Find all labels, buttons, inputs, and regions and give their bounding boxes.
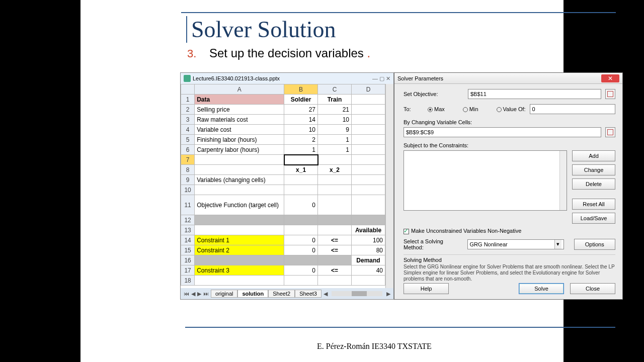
sheet-tab-original[interactable]: original [211, 290, 237, 298]
cell-B18[interactable] [284, 276, 318, 286]
cell-B7[interactable] [284, 155, 318, 165]
cell-D7[interactable] [352, 155, 385, 165]
cell-B8[interactable]: x_1 [284, 165, 318, 175]
valueof-input[interactable]: 0 [530, 104, 615, 114]
cell-C17[interactable]: <= [318, 265, 352, 276]
cell-A10[interactable] [195, 185, 284, 195]
cell-B6[interactable]: 1 [284, 145, 318, 155]
cell-C12[interactable] [318, 215, 352, 225]
cell-D8[interactable] [352, 165, 385, 175]
cell-D18[interactable] [352, 276, 385, 286]
cell-A7[interactable] [195, 155, 284, 165]
cell-C10[interactable] [318, 185, 352, 195]
cell-B10[interactable] [284, 185, 318, 195]
tab-nav-first-icon[interactable]: ⏮ [184, 291, 189, 297]
cell-D12[interactable] [352, 215, 385, 225]
load-save-button[interactable]: Load/Save [572, 213, 615, 224]
cell-B12[interactable] [284, 215, 318, 225]
hscroll-right-icon[interactable]: ▶ [386, 291, 390, 297]
radio-min[interactable]: Min [463, 106, 478, 112]
cell-D2[interactable] [352, 105, 385, 115]
cell-D4[interactable] [352, 125, 385, 135]
cell-C1[interactable]: Train [318, 95, 352, 105]
cell-C16[interactable] [318, 255, 352, 265]
delete-button[interactable]: Delete [572, 178, 615, 190]
cell-D16[interactable]: Demand [352, 255, 385, 265]
close-icon[interactable]: ✕ [601, 74, 619, 82]
cell-B16[interactable] [284, 255, 318, 265]
cell-B13[interactable] [284, 225, 318, 235]
set-objective-input[interactable]: $B$11 [468, 89, 601, 99]
cell-A5[interactable]: Finishing labor (hours) [195, 135, 284, 145]
chevron-down-icon[interactable]: ▾ [554, 240, 561, 249]
cell-B11[interactable]: 0 [284, 195, 318, 215]
cell-C18[interactable] [318, 276, 352, 286]
cell-C11[interactable] [318, 195, 352, 215]
cell-D15[interactable]: 80 [352, 245, 385, 255]
changing-cells-input[interactable]: $B$9:$C$9 [404, 127, 601, 137]
cell-B4[interactable]: 10 [284, 125, 318, 135]
range-picker-icon[interactable] [605, 127, 615, 137]
tab-nav-next-icon[interactable]: ▶ [197, 291, 201, 297]
cell-C14[interactable]: <= [318, 235, 352, 245]
cell-A6[interactable]: Carpentry labor (hours) [195, 145, 284, 155]
cell-C3[interactable]: 10 [318, 115, 352, 125]
spreadsheet[interactable]: ABCD1DataSoldierTrain2Selling price27213… [181, 84, 385, 288]
cell-B15[interactable]: 0 [284, 245, 318, 255]
reset-all-button[interactable]: Reset All [572, 199, 615, 210]
cell-C5[interactable]: 1 [318, 135, 352, 145]
cell-A3[interactable]: Raw materials cost [195, 115, 284, 125]
radio-valueof[interactable]: Value Of: [497, 106, 526, 112]
cell-A1[interactable]: Data [195, 95, 284, 105]
cell-A4[interactable]: Variable cost [195, 125, 284, 135]
cell-A12[interactable] [195, 215, 284, 225]
horizontal-scrollbar[interactable] [332, 291, 382, 296]
vertical-scrollbar[interactable] [385, 84, 393, 288]
range-picker-icon[interactable] [605, 89, 615, 99]
tab-nav-last-icon[interactable]: ⏭ [203, 291, 209, 297]
cell-D6[interactable] [352, 145, 385, 155]
cell-C7[interactable] [318, 155, 352, 165]
cell-C8[interactable]: x_2 [318, 165, 352, 175]
cell-B14[interactable]: 0 [284, 235, 318, 245]
add-button[interactable]: Add [572, 150, 615, 161]
options-button[interactable]: Options [574, 239, 615, 250]
cell-A11[interactable]: Objective Function (target cell) [195, 195, 284, 215]
sheet-tab-Sheet2[interactable]: Sheet2 [268, 290, 295, 298]
cell-C6[interactable]: 1 [318, 145, 352, 155]
cell-B9[interactable] [284, 175, 318, 185]
cell-C13[interactable] [318, 225, 352, 235]
cell-C4[interactable]: 9 [318, 125, 352, 135]
cell-A2[interactable]: Selling price [195, 105, 284, 115]
change-button[interactable]: Change [572, 164, 615, 175]
cell-C9[interactable] [318, 175, 352, 185]
cell-B5[interactable]: 2 [284, 135, 318, 145]
cell-A18[interactable] [195, 276, 284, 286]
constraints-list[interactable] [404, 150, 567, 211]
cell-D9[interactable] [352, 175, 385, 185]
cell-A9[interactable]: Variables (changing cells) [195, 175, 284, 185]
cell-A13[interactable] [195, 225, 284, 235]
cell-D10[interactable] [352, 185, 385, 195]
help-button[interactable]: Help [404, 283, 449, 294]
cell-B1[interactable]: Soldier [284, 95, 318, 105]
cell-D17[interactable]: 40 [352, 265, 385, 276]
close-button[interactable]: Close [570, 283, 615, 294]
solving-method-select[interactable]: GRG Nonlinear ▾ [467, 239, 564, 249]
nonneg-checkbox[interactable]: Make Unconstrained Variables Non-Negativ… [404, 228, 521, 234]
cell-B3[interactable]: 14 [284, 115, 318, 125]
cell-A16[interactable] [195, 255, 284, 265]
sheet-tabs[interactable]: ⏮ ◀ ▶ ⏭ originalsolutionSheet2Sheet3 ◀ ▶ [181, 288, 393, 299]
cell-D5[interactable] [352, 135, 385, 145]
cell-D13[interactable]: Available [352, 225, 385, 235]
sheet-tab-solution[interactable]: solution [237, 290, 268, 298]
cell-A8[interactable] [195, 165, 284, 175]
tab-nav-prev-icon[interactable]: ◀ [191, 291, 195, 297]
cell-B2[interactable]: 27 [284, 105, 318, 115]
cell-A17[interactable]: Constraint 3 [195, 265, 284, 276]
solve-button[interactable]: Solve [519, 283, 564, 294]
cell-A14[interactable]: Constraint 1 [195, 235, 284, 245]
cell-D1[interactable] [352, 95, 385, 105]
cell-B17[interactable]: 0 [284, 265, 318, 276]
radio-max[interactable]: Max [428, 106, 445, 112]
